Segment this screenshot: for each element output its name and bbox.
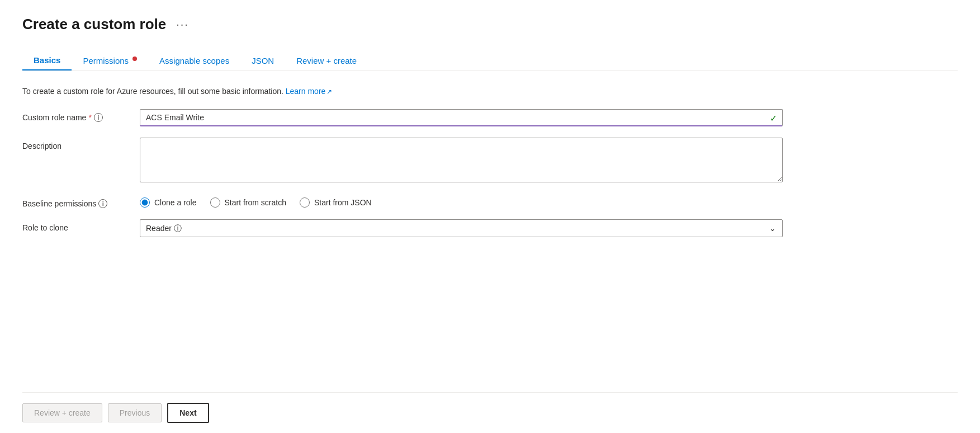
description-row: Description xyxy=(22,138,958,184)
tab-bar: Basics Permissions Assignable scopes JSO… xyxy=(22,51,958,71)
role-to-clone-control: Reader ⓘ Owner Contributor User Access A… xyxy=(140,219,783,237)
radio-scratch-label: Start from scratch xyxy=(225,198,286,207)
custom-role-name-input-wrapper: ✓ xyxy=(140,109,783,126)
baseline-permissions-row: Baseline permissions i Clone a role Star… xyxy=(22,195,958,208)
baseline-permissions-control: Clone a role Start from scratch Start fr… xyxy=(140,195,783,208)
next-button[interactable]: Next xyxy=(167,403,209,423)
ellipsis-menu-button[interactable]: ··· xyxy=(173,17,192,32)
radio-option-clone[interactable]: Clone a role xyxy=(140,197,197,208)
baseline-permissions-radio-group: Clone a role Start from scratch Start fr… xyxy=(140,195,783,208)
description-input[interactable] xyxy=(140,138,783,182)
form-description: To create a custom role for Azure resour… xyxy=(22,87,958,96)
permissions-dot xyxy=(132,57,137,61)
tab-assignable-scopes[interactable]: Assignable scopes xyxy=(148,51,240,70)
role-to-clone-select-wrapper: Reader ⓘ Owner Contributor User Access A… xyxy=(140,219,783,237)
page-title: Create a custom role xyxy=(22,16,166,33)
tab-permissions-label: Permissions xyxy=(83,56,129,65)
radio-option-scratch[interactable]: Start from scratch xyxy=(210,197,286,208)
description-label: Description xyxy=(22,138,129,150)
custom-role-name-input[interactable] xyxy=(140,109,783,126)
external-link-icon: ↗ xyxy=(326,88,332,96)
custom-role-name-label: Custom role name * i xyxy=(22,109,129,122)
tab-permissions[interactable]: Permissions xyxy=(72,51,148,70)
radio-json-label: Start from JSON xyxy=(314,198,372,207)
tab-json[interactable]: JSON xyxy=(240,51,285,70)
radio-scratch[interactable] xyxy=(210,197,220,208)
bottom-bar: Review + create Previous Next xyxy=(22,392,958,433)
radio-json[interactable] xyxy=(300,197,310,208)
tab-review-create[interactable]: Review + create xyxy=(285,51,368,70)
required-indicator: * xyxy=(88,113,91,122)
valid-check-icon: ✓ xyxy=(770,112,777,123)
description-control xyxy=(140,138,783,184)
previous-button[interactable]: Previous xyxy=(108,403,162,422)
radio-option-json[interactable]: Start from JSON xyxy=(300,197,372,208)
radio-clone-label: Clone a role xyxy=(154,198,197,207)
learn-more-link[interactable]: Learn more↗ xyxy=(286,87,333,96)
review-create-button[interactable]: Review + create xyxy=(22,403,102,422)
baseline-permissions-label: Baseline permissions i xyxy=(22,195,129,208)
baseline-permissions-info-icon[interactable]: i xyxy=(98,199,107,208)
role-to-clone-select[interactable]: Reader ⓘ Owner Contributor User Access A… xyxy=(140,219,783,237)
radio-clone[interactable] xyxy=(140,197,150,208)
role-to-clone-row: Role to clone Reader ⓘ Owner Contributor… xyxy=(22,219,958,237)
custom-role-name-row: Custom role name * i ✓ xyxy=(22,109,958,126)
tab-basics[interactable]: Basics xyxy=(22,51,72,70)
custom-role-name-info-icon[interactable]: i xyxy=(94,113,103,122)
role-to-clone-label: Role to clone xyxy=(22,219,129,232)
custom-role-name-control: ✓ xyxy=(140,109,783,126)
